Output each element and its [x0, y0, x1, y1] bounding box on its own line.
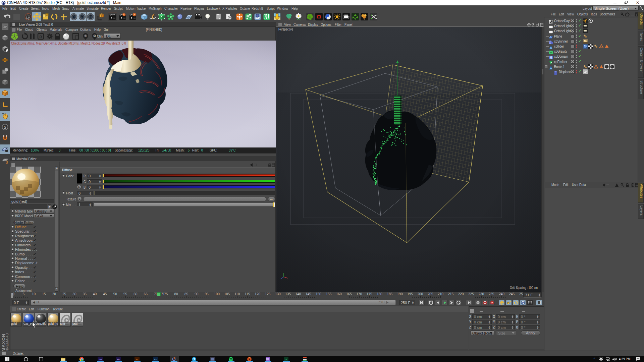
svg-text:P: P: [522, 301, 524, 304]
svg-text:Z: Z: [89, 14, 92, 19]
svg-text:Ai: Ai: [136, 358, 138, 361]
svg-text:S: S: [4, 125, 6, 130]
svg-text:S: S: [193, 358, 195, 361]
svg-text:?: ?: [491, 301, 493, 304]
svg-text:(): (): [6, 160, 8, 164]
svg-text:R: R: [40, 35, 42, 39]
svg-text:S: S: [85, 35, 86, 38]
svg-text:A: A: [285, 358, 287, 361]
svg-text:M: M: [94, 35, 96, 38]
svg-text:X: X: [72, 14, 75, 19]
svg-text:Y: Y: [81, 14, 84, 19]
svg-text:Ps: Ps: [154, 358, 157, 361]
svg-text:Pr: Pr: [117, 358, 120, 361]
svg-text:Ae: Ae: [99, 358, 102, 361]
